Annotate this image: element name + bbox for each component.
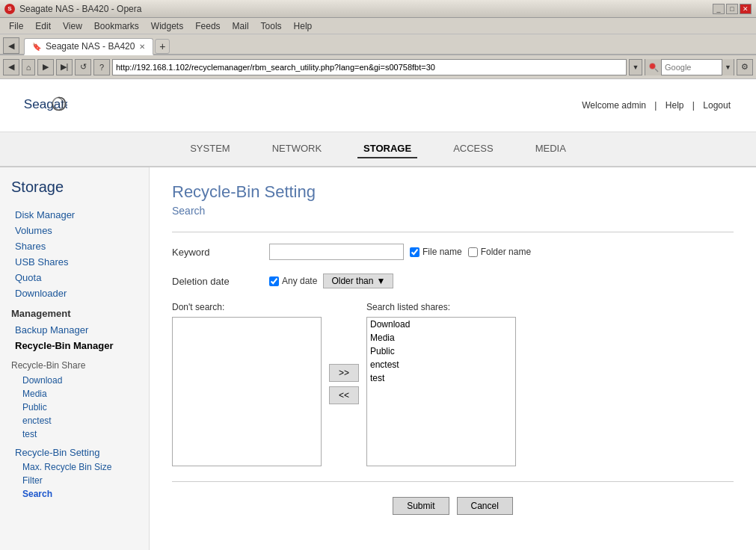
menu-bar: File Edit View Bookmarks Widgets Feeds M… bbox=[0, 18, 756, 34]
nav-storage[interactable]: STORAGE bbox=[357, 140, 417, 158]
close-button[interactable]: ✕ bbox=[740, 4, 752, 14]
search-dropdown-button[interactable]: ▼ bbox=[722, 59, 734, 75]
minimize-button[interactable]: _ bbox=[713, 4, 725, 14]
menu-tools[interactable]: Tools bbox=[255, 19, 288, 33]
menu-file[interactable]: File bbox=[3, 19, 29, 33]
deletion-date-control: Any date Older than ▼ bbox=[269, 274, 393, 288]
dont-search-select[interactable] bbox=[173, 318, 321, 466]
logout-link[interactable]: Logout bbox=[703, 100, 731, 111]
new-tab-button[interactable]: + bbox=[155, 39, 170, 54]
keyword-control: File name Folder name bbox=[269, 244, 531, 260]
sidebar-item-downloader[interactable]: Downloader bbox=[0, 285, 149, 301]
sidebar-item-recycle-bin-manager[interactable]: Recycle-Bin Manager bbox=[0, 338, 149, 353]
sidebar-subitem-filter[interactable]: Filter bbox=[0, 474, 149, 487]
stop-button[interactable]: ? bbox=[93, 59, 110, 75]
any-date-checkbox[interactable] bbox=[269, 276, 279, 286]
dont-search-box[interactable] bbox=[172, 317, 322, 466]
sidebar: Storage Disk Manager Volumes Shares USB … bbox=[0, 167, 150, 550]
back-button[interactable]: ◀ bbox=[3, 59, 19, 75]
menu-edit[interactable]: Edit bbox=[29, 19, 57, 33]
nav-media[interactable]: MEDIA bbox=[529, 140, 572, 158]
tab-close-icon[interactable]: ✕ bbox=[139, 43, 145, 51]
sidebar-setting-section: Recycle-Bin Setting Max. Recycle Bin Siz… bbox=[0, 445, 149, 501]
menu-feeds[interactable]: Feeds bbox=[189, 19, 226, 33]
sidebar-item-volumes[interactable]: Volumes bbox=[0, 223, 149, 238]
divider-bottom bbox=[172, 481, 734, 482]
sidebar-item-disk-manager[interactable]: Disk Manager bbox=[0, 207, 149, 223]
file-name-label: File name bbox=[422, 247, 462, 257]
page-body: Storage Disk Manager Volumes Shares USB … bbox=[0, 167, 756, 550]
sidebar-subitem-media[interactable]: Media bbox=[0, 387, 149, 401]
sidebar-main-section: Disk Manager Volumes Shares USB Shares Q… bbox=[0, 207, 149, 301]
help-link[interactable]: Help bbox=[666, 100, 684, 111]
sidebar-recycle-share-title: Recycle-Bin Share bbox=[0, 357, 149, 374]
sidebar-item-shares[interactable]: Shares bbox=[0, 238, 149, 254]
action-buttons: Submit Cancel bbox=[172, 497, 734, 515]
deletion-date-row: Deletion date Any date Older than ▼ bbox=[172, 274, 734, 288]
address-bar-wrap: ▼ bbox=[112, 59, 642, 75]
page-title: Recycle-Bin Setting bbox=[172, 182, 734, 202]
window-controls: _ □ ✕ bbox=[713, 4, 752, 14]
sidebar-item-usb-shares[interactable]: USB Shares bbox=[0, 254, 149, 270]
sidebar-item-recycle-setting[interactable]: Recycle-Bin Setting bbox=[0, 445, 149, 460]
submit-button[interactable]: Submit bbox=[393, 497, 449, 515]
settings-button[interactable]: ⚙ bbox=[737, 59, 753, 75]
tab-label: Seagate NAS - BA420 bbox=[46, 41, 135, 52]
nav-system[interactable]: SYSTEM bbox=[184, 140, 236, 158]
move-right-button[interactable]: >> bbox=[329, 364, 359, 382]
browser-search-input[interactable] bbox=[662, 60, 722, 75]
sidebar-subitem-enctest[interactable]: enctest bbox=[0, 414, 149, 427]
folder-name-checkbox[interactable] bbox=[468, 247, 478, 257]
search-listed-option-media: Media bbox=[367, 331, 515, 344]
transfer-area: Don't search: >> << Search listed shares… bbox=[172, 302, 734, 466]
menu-help[interactable]: Help bbox=[288, 19, 319, 33]
sidebar-subitem-download[interactable]: Download bbox=[0, 374, 149, 387]
sidebar-subitem-public[interactable]: Public bbox=[0, 401, 149, 414]
folder-name-checkbox-label[interactable]: Folder name bbox=[468, 247, 531, 257]
keyword-input[interactable] bbox=[269, 244, 404, 260]
browser-icon: S bbox=[4, 4, 15, 14]
sidebar-subitem-test[interactable]: test bbox=[0, 427, 149, 441]
search-listed-option-public: Public bbox=[367, 344, 515, 358]
any-date-label: Any date bbox=[282, 276, 317, 286]
search-listed-option-enctest: enctest bbox=[367, 358, 515, 371]
address-dropdown-button[interactable]: ▼ bbox=[629, 59, 642, 75]
search-listed-select[interactable]: Download Media Public enctest test bbox=[367, 318, 515, 466]
older-than-button[interactable]: Older than ▼ bbox=[323, 274, 393, 288]
cancel-button[interactable]: Cancel bbox=[457, 497, 513, 515]
tab-prev-button[interactable]: ◀ bbox=[3, 37, 19, 54]
sidebar-item-backup-manager[interactable]: Backup Manager bbox=[0, 322, 149, 338]
forward-button[interactable]: ▶ bbox=[37, 59, 54, 75]
menu-mail[interactable]: Mail bbox=[227, 19, 255, 33]
transfer-buttons: >> << bbox=[329, 364, 359, 404]
move-left-button[interactable]: << bbox=[329, 386, 359, 404]
sidebar-subitem-max-size[interactable]: Max. Recycle Bin Size bbox=[0, 460, 149, 474]
menu-widgets[interactable]: Widgets bbox=[145, 19, 189, 33]
sidebar-recycle-section: Recycle-Bin Share Download Media Public … bbox=[0, 357, 149, 441]
reload-button[interactable]: ↺ bbox=[75, 59, 91, 75]
svg-point-0 bbox=[649, 63, 655, 69]
home-button[interactable]: ⌂ bbox=[22, 59, 35, 75]
search-bar-wrap: ▼ bbox=[645, 59, 734, 75]
menu-view[interactable]: View bbox=[57, 19, 88, 33]
fast-forward-button[interactable]: ▶| bbox=[56, 59, 73, 75]
browser-title: Seagate NAS - BA420 - Opera bbox=[19, 4, 141, 14]
nav-access[interactable]: ACCESS bbox=[447, 140, 499, 158]
title-bar-left: S Seagate NAS - BA420 - Opera bbox=[4, 4, 141, 14]
menu-bookmarks[interactable]: Bookmarks bbox=[88, 19, 145, 33]
address-bar[interactable] bbox=[112, 59, 627, 75]
welcome-text: Welcome admin bbox=[582, 100, 646, 111]
active-tab[interactable]: 🔖 Seagate NAS - BA420 ✕ bbox=[24, 38, 153, 55]
dont-search-label: Don't search: bbox=[172, 302, 322, 312]
maximize-button[interactable]: □ bbox=[726, 4, 738, 14]
sidebar-item-quota[interactable]: Quota bbox=[0, 270, 149, 285]
svg-line-1 bbox=[655, 69, 658, 72]
search-engine-icon bbox=[645, 59, 662, 75]
file-name-checkbox[interactable] bbox=[410, 247, 420, 257]
nav-network[interactable]: NETWORK bbox=[266, 140, 328, 158]
file-name-checkbox-label[interactable]: File name bbox=[410, 247, 462, 257]
search-listed-box[interactable]: Download Media Public enctest test bbox=[366, 317, 516, 466]
sidebar-title: Storage bbox=[0, 179, 149, 207]
any-date-checkbox-label[interactable]: Any date bbox=[269, 276, 317, 286]
sidebar-subitem-search[interactable]: Search bbox=[0, 487, 149, 501]
